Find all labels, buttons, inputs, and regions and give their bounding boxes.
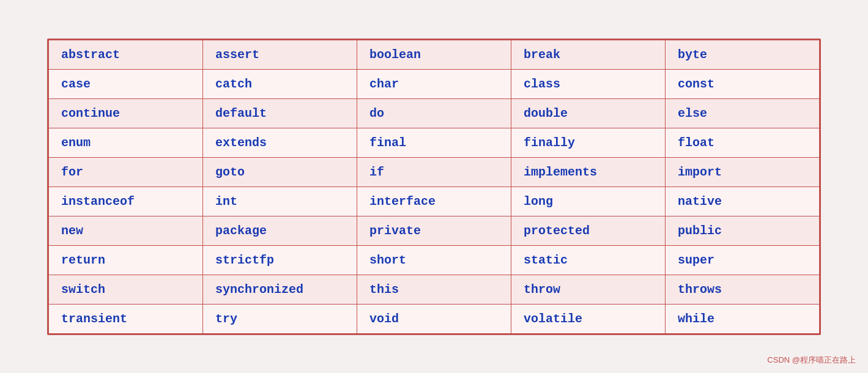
keyword-cell: short: [357, 245, 511, 275]
keyword-cell: extends: [203, 128, 357, 157]
keyword-cell: void: [357, 304, 511, 333]
keyword-cell: byte: [666, 40, 820, 69]
keyword-cell: transient: [49, 304, 203, 333]
keyword-cell: instanceof: [49, 186, 203, 216]
keyword-cell: char: [357, 69, 511, 98]
keyword-cell: this: [357, 275, 511, 304]
table-row: newpackageprivateprotectedpublic: [49, 216, 820, 245]
page-container: abstractassertbooleanbreakbytecasecatchc…: [0, 0, 868, 373]
keyword-cell: continue: [49, 98, 203, 128]
keyword-cell: try: [203, 304, 357, 333]
keyword-cell: const: [666, 69, 820, 98]
keywords-table: abstractassertbooleanbreakbytecasecatchc…: [48, 40, 820, 334]
keyword-cell: finally: [511, 128, 666, 157]
keyword-cell: assert: [203, 40, 357, 69]
keyword-cell: strictfp: [203, 245, 357, 275]
keyword-cell: volatile: [511, 304, 666, 333]
keyword-cell: abstract: [49, 40, 203, 69]
table-row: returnstrictfpshortstaticsuper: [49, 245, 820, 275]
keyword-cell: break: [511, 40, 666, 69]
table-row: forgotoifimplementsimport: [49, 157, 820, 186]
keyword-cell: native: [666, 186, 820, 216]
keyword-cell: interface: [357, 186, 511, 216]
keyword-cell: default: [203, 98, 357, 128]
table-row: switchsynchronizedthisthrowthrows: [49, 275, 820, 304]
keyword-cell: new: [49, 216, 203, 245]
keyword-cell: double: [511, 98, 666, 128]
keyword-cell: catch: [203, 69, 357, 98]
table-row: instanceofintinterfacelongnative: [49, 186, 820, 216]
keyword-cell: import: [666, 157, 820, 186]
keyword-cell: for: [49, 157, 203, 186]
table-row: transienttryvoidvolatilewhile: [49, 304, 820, 333]
keyword-cell: goto: [203, 157, 357, 186]
keyword-cell: do: [357, 98, 511, 128]
keyword-cell: switch: [49, 275, 203, 304]
keywords-table-wrapper: abstractassertbooleanbreakbytecasecatchc…: [47, 39, 821, 335]
keyword-cell: protected: [511, 216, 666, 245]
keyword-cell: int: [203, 186, 357, 216]
keyword-cell: enum: [49, 128, 203, 157]
keyword-cell: synchronized: [203, 275, 357, 304]
keyword-cell: package: [203, 216, 357, 245]
keyword-cell: else: [666, 98, 820, 128]
table-row: enumextendsfinalfinallyfloat: [49, 128, 820, 157]
table-row: abstractassertbooleanbreakbyte: [49, 40, 820, 69]
keyword-cell: class: [511, 69, 666, 98]
table-row: continuedefaultdodoubleelse: [49, 98, 820, 128]
keyword-cell: if: [357, 157, 511, 186]
keyword-cell: while: [666, 304, 820, 333]
keyword-cell: throw: [511, 275, 666, 304]
keyword-cell: boolean: [357, 40, 511, 69]
keyword-cell: final: [357, 128, 511, 157]
keyword-cell: throws: [666, 275, 820, 304]
watermark: CSDN @程序喵正在路上: [767, 355, 856, 366]
keyword-cell: public: [666, 216, 820, 245]
keyword-cell: long: [511, 186, 666, 216]
keyword-cell: static: [511, 245, 666, 275]
keyword-cell: super: [666, 245, 820, 275]
keyword-cell: return: [49, 245, 203, 275]
keyword-cell: implements: [511, 157, 666, 186]
keyword-cell: float: [666, 128, 820, 157]
keyword-cell: private: [357, 216, 511, 245]
table-row: casecatchcharclassconst: [49, 69, 820, 98]
keyword-cell: case: [49, 69, 203, 98]
